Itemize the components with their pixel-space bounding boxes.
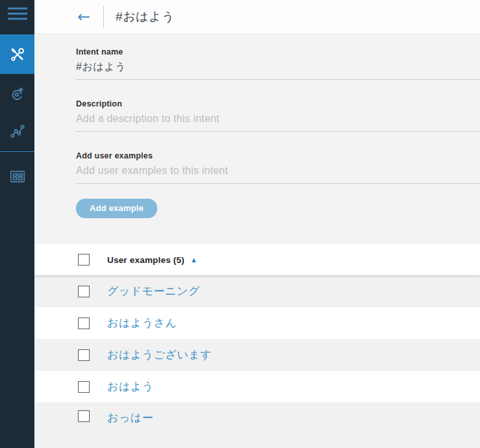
- example-link[interactable]: おはようございます: [107, 347, 212, 362]
- hamburger-icon: [8, 6, 27, 22]
- examples-table-header: User examples (5) ▲: [34, 244, 480, 275]
- row-checkbox[interactable]: [78, 286, 90, 297]
- examples-table-body: グッドモーニング おはようさん おはようございます おはよう おっはー: [34, 275, 480, 448]
- page-header: ← #おはよう: [34, 0, 480, 34]
- user-examples-count-label: User examples (5): [107, 255, 184, 265]
- back-button[interactable]: ←: [73, 8, 94, 26]
- table-row: おはようさん: [34, 307, 480, 339]
- catalog-icon: [9, 169, 26, 184]
- example-link[interactable]: おはようさん: [107, 316, 177, 330]
- example-link[interactable]: おっはー: [107, 410, 153, 425]
- row-checkbox[interactable]: [78, 410, 90, 422]
- intent-name-label: Intent name: [76, 47, 480, 56]
- table-row: おはよう: [34, 371, 480, 403]
- intent-form: Intent name Description Add user example…: [34, 35, 480, 244]
- improve-icon: [10, 86, 25, 101]
- row-checkbox[interactable]: [78, 317, 90, 329]
- add-example-button[interactable]: Add example: [76, 199, 157, 218]
- sort-ascending-icon: ▲: [190, 256, 197, 264]
- sort-by-user-examples[interactable]: User examples (5) ▲: [107, 255, 197, 265]
- sidebar: [0, 0, 34, 448]
- sidebar-item-content-catalog[interactable]: [0, 158, 34, 195]
- sidebar-divider: [0, 151, 34, 152]
- example-link[interactable]: おはよう: [107, 379, 154, 394]
- tools-icon: [10, 47, 25, 62]
- example-link[interactable]: グッドモーニング: [107, 284, 200, 299]
- sidebar-item-analytics[interactable]: [0, 112, 34, 150]
- menu-button[interactable]: [0, 0, 34, 29]
- select-all-checkbox[interactable]: [78, 254, 90, 266]
- table-row: おはようございます: [34, 339, 480, 371]
- user-example-input[interactable]: [76, 162, 480, 184]
- table-row: おっはー: [34, 403, 480, 448]
- add-user-examples-label: Add user examples: [76, 151, 480, 160]
- page-title: #おはよう: [116, 8, 175, 25]
- description-input[interactable]: [76, 110, 480, 132]
- row-checkbox[interactable]: [78, 381, 90, 393]
- header-divider: [103, 6, 104, 28]
- sidebar-item-build[interactable]: [0, 34, 34, 74]
- analytics-icon: [10, 123, 25, 139]
- intent-name-input[interactable]: [76, 58, 480, 80]
- sidebar-item-improve[interactable]: [0, 75, 34, 112]
- table-row: グッドモーニング: [34, 275, 480, 307]
- description-label: Description: [76, 99, 480, 108]
- row-checkbox[interactable]: [78, 349, 90, 361]
